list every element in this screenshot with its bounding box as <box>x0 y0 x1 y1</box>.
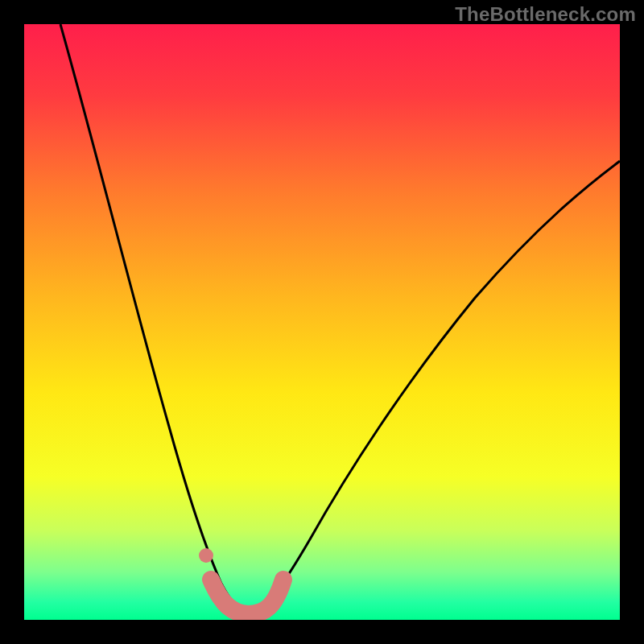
plot-area <box>24 24 620 620</box>
curve-layer <box>24 24 620 620</box>
watermark: TheBottleneck.com <box>455 3 636 26</box>
chart-frame: TheBottleneck.com <box>0 0 644 644</box>
bottleneck-curve-right <box>250 161 620 612</box>
bottleneck-curve-left <box>60 24 250 612</box>
optimal-band <box>211 580 283 614</box>
optimal-dot <box>199 548 213 563</box>
